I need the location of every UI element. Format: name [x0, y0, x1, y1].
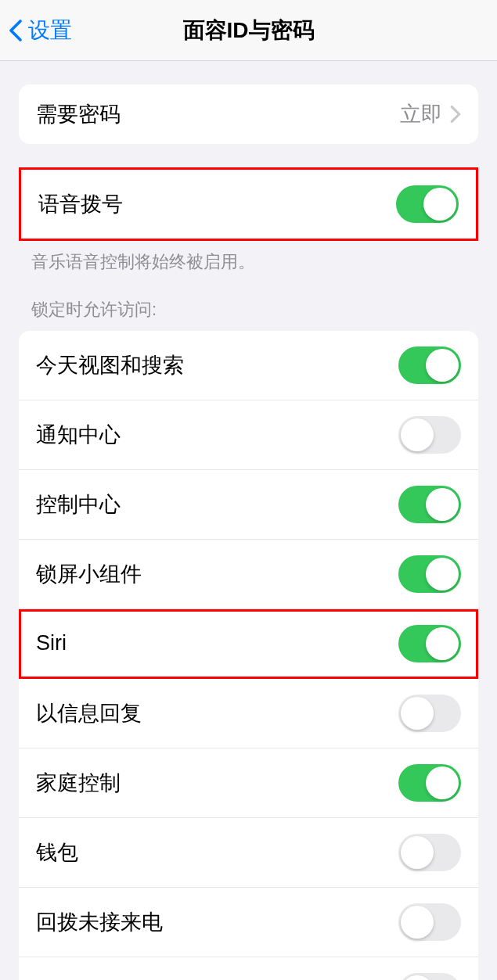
- voice-dial-row: 语音拨号: [21, 170, 476, 239]
- page-title: 面容ID与密码: [0, 16, 497, 45]
- lock-access-toggle[interactable]: [398, 834, 461, 871]
- lock-access-row: 钱包: [19, 818, 478, 888]
- lock-access-toggle[interactable]: [398, 486, 461, 523]
- lock-access-row: 家庭控制: [19, 748, 478, 818]
- lock-access-label: 钱包: [36, 838, 78, 867]
- chevron-right-icon: [450, 106, 461, 123]
- lock-access-toggle[interactable]: [398, 903, 461, 941]
- lock-access-row: 通知中心: [19, 400, 478, 470]
- lock-access-row: 今天视图和搜索: [19, 331, 478, 400]
- lock-access-toggle[interactable]: [398, 346, 461, 384]
- lock-access-label: 回拨未接来电: [36, 908, 163, 936]
- back-button[interactable]: 设置: [8, 16, 72, 45]
- lock-access-toggle[interactable]: [398, 416, 461, 454]
- lock-access-toggle[interactable]: [398, 973, 461, 980]
- back-chevron-icon: [8, 19, 23, 42]
- lock-access-row: 回拨未接来电: [19, 888, 478, 957]
- nav-bar: 设置 面容ID与密码: [0, 0, 497, 61]
- lock-access-row: 锁屏小组件: [19, 540, 478, 609]
- voice-dial-footer: 音乐语音控制将始终被启用。: [0, 241, 497, 275]
- lock-access-row: Siri: [19, 609, 478, 679]
- lock-access-label: 锁屏小组件: [36, 560, 142, 588]
- lock-access-label: 家庭控制: [36, 769, 121, 797]
- lock-access-toggle[interactable]: [398, 695, 461, 732]
- lock-access-label: Siri: [36, 631, 67, 655]
- require-passcode-value: 立即: [400, 100, 442, 128]
- lock-access-header: 锁定时允许访问:: [0, 298, 497, 331]
- lock-access-row: USB配件: [19, 957, 478, 980]
- voice-dial-toggle[interactable]: [396, 185, 459, 223]
- lock-access-toggle[interactable]: [398, 764, 461, 802]
- lock-access-label: 以信息回复: [36, 699, 142, 727]
- lock-access-toggle[interactable]: [398, 625, 461, 662]
- require-passcode-label: 需要密码: [36, 100, 121, 128]
- lock-access-row: 以信息回复: [19, 679, 478, 748]
- back-label: 设置: [28, 16, 72, 45]
- voice-dial-label: 语音拨号: [38, 190, 123, 218]
- lock-access-label: 今天视图和搜索: [36, 351, 184, 379]
- lock-access-label: 控制中心: [36, 490, 121, 519]
- lock-access-label: 通知中心: [36, 421, 121, 449]
- require-passcode-row[interactable]: 需要密码 立即: [19, 84, 478, 144]
- lock-access-toggle[interactable]: [398, 555, 461, 593]
- lock-access-row: 控制中心: [19, 470, 478, 540]
